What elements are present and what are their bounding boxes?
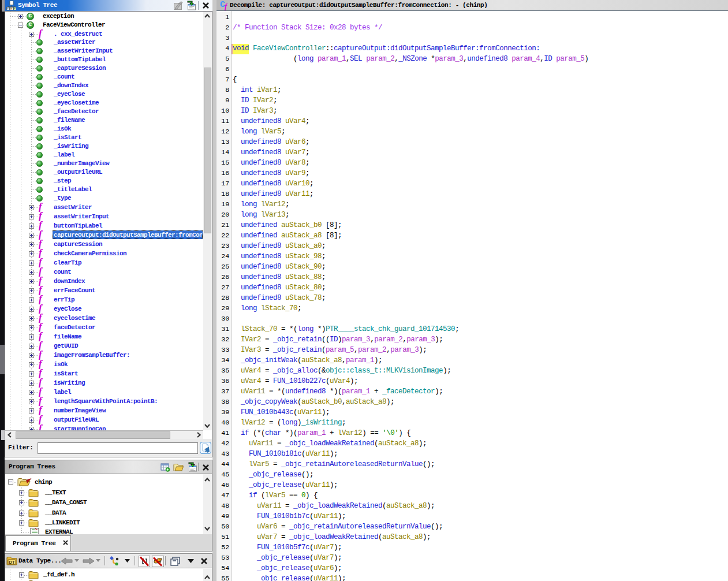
- svg-text:DT: DT: [9, 560, 15, 565]
